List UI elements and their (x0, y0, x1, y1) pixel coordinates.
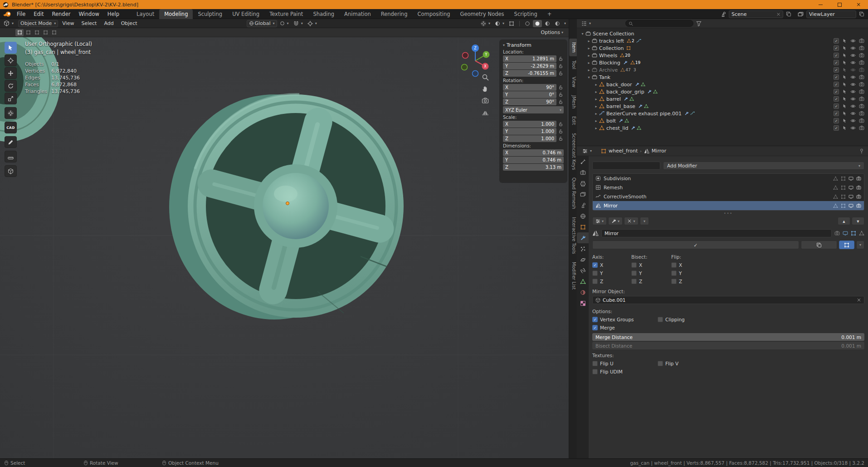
clipping-checkbox[interactable]: Clipping (658, 317, 685, 322)
outliner-row-back-door-grip[interactable]: ▸ back_door_grip (577, 88, 868, 95)
hide-eye-icon[interactable] (850, 60, 856, 65)
outliner-row-beziercurve-exhaust-pipe[interactable]: ▸ BezierCurve exhaust pipe.001 (577, 110, 868, 117)
select-mode-invert-button[interactable] (41, 29, 49, 36)
maximize-button[interactable] (830, 0, 849, 9)
navigation-gizmo[interactable]: Z Y X (455, 40, 495, 80)
hide-eye-icon[interactable] (850, 53, 856, 58)
on-cage-toggle-icon[interactable] (859, 231, 864, 236)
shading-wireframe-button[interactable] (523, 20, 532, 27)
flip-v-checkbox[interactable]: Flip V (658, 361, 678, 366)
tab-particles[interactable] (577, 243, 589, 254)
gizmos-toggle-button[interactable]: ▾ (479, 20, 492, 27)
bisect-z-checkbox[interactable]: Z (631, 279, 642, 284)
add-modifier-button[interactable]: Add Modifier ▾ (663, 162, 864, 170)
tab-tool[interactable] (577, 156, 589, 167)
outliner-row-tracks-left[interactable]: ▸ tracks left 2 (577, 37, 868, 44)
selectable-icon[interactable] (842, 53, 847, 58)
object-checkbox[interactable] (834, 103, 839, 109)
flip-x-checkbox[interactable]: X (671, 262, 682, 268)
pivot-point-button[interactable]: ▾ (278, 20, 291, 27)
selectable-icon[interactable] (842, 104, 847, 109)
tool-select-box[interactable] (5, 42, 17, 54)
scene-unlink-icon[interactable] (776, 12, 780, 16)
render-camera-icon[interactable] (859, 53, 864, 58)
lock-icon[interactable] (558, 99, 564, 105)
outliner-row-barrel-base[interactable]: ▸ barrel_base (577, 103, 868, 110)
realtime-toggle-icon[interactable] (843, 231, 848, 236)
outliner-row-collection[interactable]: ▸ Collection (577, 44, 868, 52)
menu-add[interactable]: Add (101, 19, 117, 28)
on-cage-toggle-icon[interactable] (833, 203, 838, 208)
selectable-icon[interactable] (842, 126, 847, 131)
rotation-x-field[interactable]: X90° (503, 84, 556, 91)
move-modifier-down-button[interactable]: ▾ (852, 217, 864, 225)
flip-udim-checkbox[interactable]: Flip UDIM (592, 369, 623, 374)
workspace-tab-compositing[interactable]: Compositing (412, 9, 455, 19)
pan-hand-icon[interactable] (482, 85, 489, 93)
lock-icon[interactable] (558, 56, 564, 62)
bisect-x-checkbox[interactable]: X (631, 262, 642, 268)
tab-constraints[interactable] (577, 265, 589, 276)
modifier-name-field[interactable]: Mirror (601, 229, 832, 237)
workspace-tab-animation[interactable]: Animation (339, 9, 376, 19)
render-toggle-icon[interactable] (856, 203, 861, 208)
sidebar-tab-jmesh[interactable]: JMesh (569, 92, 577, 112)
list-resize-grip[interactable]: ••• (589, 211, 868, 216)
hide-eye-icon[interactable] (850, 103, 856, 109)
tool-transform[interactable] (5, 107, 17, 119)
rotation-y-field[interactable]: Y0° (503, 91, 556, 98)
tab-texture[interactable] (577, 298, 589, 309)
tab-view-layer[interactable] (577, 189, 589, 200)
gizmo-neg-z-axis[interactable] (473, 71, 478, 77)
lock-icon[interactable] (558, 128, 564, 134)
lock-icon[interactable] (558, 84, 564, 90)
scale-z-field[interactable]: Z1.000 (503, 135, 556, 142)
snap-toggle-button[interactable]: ▾ (292, 20, 305, 27)
tool-scale[interactable] (5, 93, 17, 104)
scale-x-field[interactable]: X1.000 (503, 121, 556, 128)
tab-material[interactable] (577, 287, 589, 298)
shading-solid-button[interactable] (533, 20, 542, 27)
render-camera-icon[interactable] (859, 96, 864, 102)
sidebar-tab-quad-remesh[interactable]: Quad Remesh (569, 174, 577, 213)
modifier-row-mirror[interactable]: Mirror (593, 201, 864, 210)
bisect-y-checkbox[interactable]: Y (631, 270, 642, 276)
modifier-specials-button[interactable]: ▾ (640, 217, 649, 225)
workspace-tab-sculpting[interactable]: Sculpting (193, 9, 227, 19)
axis-z-checkbox[interactable]: Z (592, 279, 603, 284)
filter-icon[interactable] (696, 21, 702, 26)
realtime-toggle-icon[interactable] (848, 185, 853, 190)
move-modifier-up-button[interactable]: ▴ (838, 217, 850, 225)
lock-icon[interactable] (558, 92, 564, 98)
new-viewlayer-icon[interactable] (859, 11, 864, 17)
vertex-groups-checkbox[interactable]: Vertex Groups (592, 317, 634, 322)
collection-checkbox[interactable] (834, 60, 839, 65)
camera-view-icon[interactable] (482, 97, 489, 104)
xray-toggle-button[interactable] (507, 20, 516, 27)
tool-rotate[interactable] (5, 80, 17, 92)
object-checkbox[interactable] (834, 82, 839, 87)
modifier-apply-menu-button[interactable]: ▾ (608, 217, 623, 225)
axis-x-checkbox[interactable]: X (592, 262, 603, 268)
dimension-x-field[interactable]: X0.746 m (503, 149, 564, 156)
breadcrumb-modifier[interactable]: Mirror (652, 148, 666, 154)
axis-y-checkbox[interactable]: Y (592, 270, 603, 276)
modifier-row-corrective-smooth[interactable]: CorrectiveSmooth (593, 192, 864, 201)
minimize-button[interactable] (811, 0, 830, 9)
rotation-z-field[interactable]: Z90° (503, 98, 556, 105)
object-checkbox[interactable] (834, 118, 839, 123)
render-camera-icon[interactable] (859, 82, 864, 87)
mirror-object-field[interactable]: Cube.001 (592, 296, 864, 304)
menu-view[interactable]: View (59, 19, 77, 28)
render-camera-icon[interactable] (859, 125, 864, 131)
outliner-row-blocking[interactable]: ▸ Blocking 19 (577, 59, 868, 66)
hide-eye-icon[interactable] (850, 118, 856, 123)
menu-help[interactable]: Help (103, 9, 123, 19)
realtime-toggle-icon[interactable] (848, 194, 853, 199)
outliner-row-bolt[interactable]: ▸ bolt (577, 117, 868, 124)
disclosure-icon[interactable]: ▸ (593, 97, 599, 101)
edit-mode-toggle-icon[interactable] (841, 203, 846, 208)
selectable-icon[interactable] (842, 82, 847, 87)
outliner-search-input[interactable] (635, 21, 685, 26)
modifier-row-subdivision[interactable]: Subdivision (593, 174, 864, 183)
